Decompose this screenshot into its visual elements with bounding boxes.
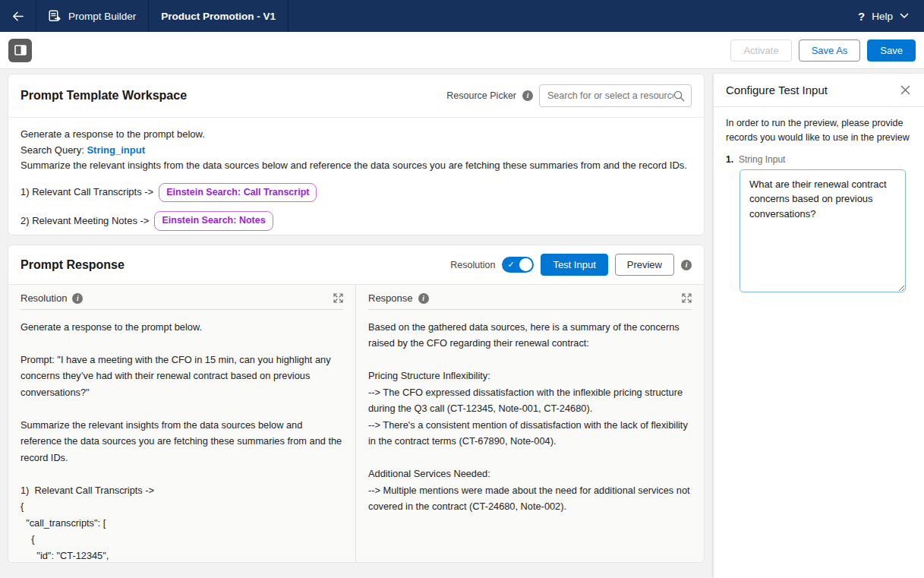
tab-product-promotion-v1[interactable]: Product Promotion - V1 xyxy=(149,0,289,32)
resolution-response-panels: Resolution i Generate a response to the … xyxy=(8,284,704,562)
expand-resolution-icon[interactable] xyxy=(333,293,343,303)
einstein-search-notes-pill[interactable]: Einstein Search: Notes xyxy=(154,211,273,231)
prompt-response-title: Prompt Response xyxy=(20,258,125,272)
resolution-content: Generate a response to the prompt below.… xyxy=(8,310,355,562)
prompt-builder-icon xyxy=(49,10,61,22)
toggle-knob xyxy=(519,258,532,271)
top-navigation-bar: Prompt Builder Product Promotion - V1 ? … xyxy=(0,0,924,32)
activate-button[interactable]: Activate xyxy=(730,39,791,62)
action-toolbar: Activate Save As Save xyxy=(0,32,924,69)
resolution-panel: Resolution i Generate a response to the … xyxy=(8,285,356,562)
help-label: Help xyxy=(872,11,893,22)
resolution-panel-header: Resolution i xyxy=(8,285,355,309)
search-query-label: Search Query: xyxy=(20,144,87,156)
resource-picker-info-icon[interactable]: i xyxy=(522,90,533,101)
response-panel-header: Response i xyxy=(356,285,704,309)
preview-info-icon[interactable]: i xyxy=(681,260,692,270)
field-number: 1. xyxy=(726,154,733,165)
prompt-template-editor[interactable]: Generate a response to the prompt below.… xyxy=(8,118,704,235)
app-name: Prompt Builder xyxy=(68,11,136,22)
resolution-toggle-label: Resolution xyxy=(450,260,495,270)
preview-button[interactable]: Preview xyxy=(615,254,674,276)
tab-title: Product Promotion - V1 xyxy=(161,11,276,22)
main-content: Prompt Template Workspace Resource Picke… xyxy=(0,69,924,578)
close-panel-button[interactable] xyxy=(899,84,912,96)
save-button[interactable]: Save xyxy=(867,39,916,62)
string-input-textarea[interactable]: What are their renewal contract concerns… xyxy=(740,169,906,292)
back-button[interactable] xyxy=(0,0,36,32)
einstein-search-call-transcript-pill[interactable]: Einstein Search: Call Transcript xyxy=(159,183,317,203)
workspace-title: Prompt Template Workspace xyxy=(20,89,187,103)
response-info-icon[interactable]: i xyxy=(418,293,429,304)
search-query-resource[interactable]: String_input xyxy=(87,144,145,156)
toggle-check-icon: ✓ xyxy=(507,261,514,269)
search-query-line: Search Query: String_input xyxy=(20,143,692,159)
builder-column: Prompt Template Workspace Resource Picke… xyxy=(8,74,705,578)
test-input-panel-header: Configure Test Input xyxy=(714,74,924,107)
configure-test-input-panel: Configure Test Input In order to run the… xyxy=(714,74,924,578)
save-as-button[interactable]: Save As xyxy=(799,39,861,62)
app-switcher-prompt-builder[interactable]: Prompt Builder xyxy=(36,0,149,32)
help-question-icon: ? xyxy=(858,10,865,23)
resolution-info-icon[interactable]: i xyxy=(72,293,83,304)
search-icon xyxy=(673,90,685,102)
topbar-spacer xyxy=(289,0,843,32)
resolution-panel-title: Resolution xyxy=(20,292,67,304)
chevron-down-icon xyxy=(900,13,909,19)
response-panel: Response i Based on the gathered data so… xyxy=(356,285,704,562)
resolution-toggle[interactable]: ✓ xyxy=(502,257,534,273)
prompt-response-header: Prompt Response Resolution ✓ Test Input … xyxy=(8,245,704,284)
test-input-description: In order to run the preview, please prov… xyxy=(726,116,912,145)
template-item-meeting-notes: 2) Relevant Meeting Notes -> Einstein Se… xyxy=(20,211,692,231)
resource-search-input[interactable] xyxy=(547,90,673,101)
test-input-button[interactable]: Test Input xyxy=(541,254,607,276)
string-input-label: String Input xyxy=(739,154,785,165)
test-input-panel-title: Configure Test Input xyxy=(726,84,828,96)
prompt-response-card: Prompt Response Resolution ✓ Test Input … xyxy=(8,245,705,563)
expand-response-icon[interactable] xyxy=(682,293,692,303)
response-content: Based on the gathered data sources, here… xyxy=(356,310,704,524)
item-label: 2) Relevant Meeting Notes -> xyxy=(20,213,149,229)
panel-layout-icon xyxy=(14,45,27,55)
item-label: 1) Relevant Call Transcripts -> xyxy=(20,185,153,201)
toggle-side-panel-button[interactable] xyxy=(8,39,32,62)
workspace-header: Prompt Template Workspace Resource Picke… xyxy=(8,74,704,118)
test-input-panel-body: In order to run the preview, please prov… xyxy=(714,107,924,302)
resource-search-box xyxy=(539,84,692,107)
back-arrow-icon xyxy=(12,11,24,22)
string-input-field-label-row: 1. String Input xyxy=(726,154,912,165)
close-icon xyxy=(900,85,910,95)
resource-picker-label: Resource Picker xyxy=(446,90,516,101)
help-menu[interactable]: ? Help xyxy=(843,0,924,32)
prompt-template-workspace-card: Prompt Template Workspace Resource Picke… xyxy=(8,74,705,235)
template-summarize-line: Summarize the relevant insights from the… xyxy=(20,158,692,174)
template-intro-line: Generate a response to the prompt below. xyxy=(20,127,692,143)
template-item-call-transcripts: 1) Relevant Call Transcripts -> Einstein… xyxy=(20,183,692,203)
response-panel-title: Response xyxy=(368,292,413,304)
